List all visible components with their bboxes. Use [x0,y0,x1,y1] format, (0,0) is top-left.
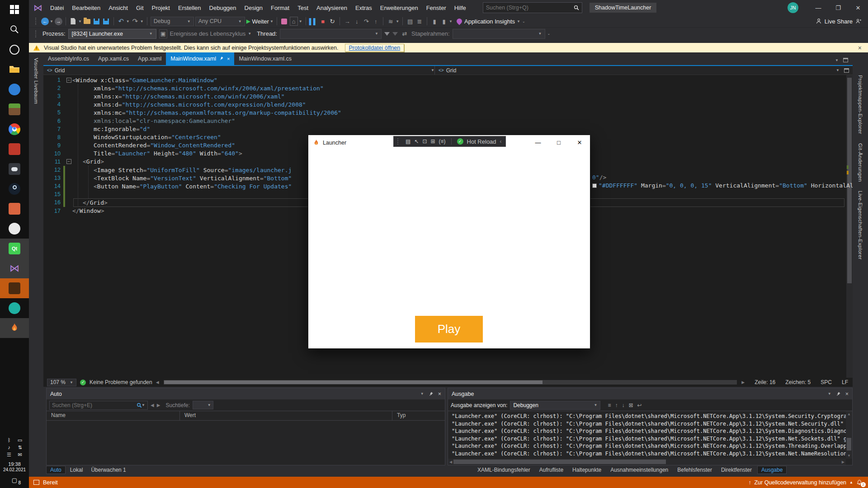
filter-flagged-icon[interactable] [392,32,398,36]
redo-button[interactable]: ↷ [131,17,139,26]
show-next-statement-button[interactable]: → [343,17,351,26]
lifecycle-events-icon[interactable]: ▣ [159,29,167,38]
code-line-7[interactable]: 7mc:Ignorable="d" [43,125,853,133]
editor-hscrollbar[interactable] [164,380,737,385]
breadcrumb-right[interactable]: <>Grid [435,66,460,75]
tab-app-xaml-cs[interactable]: App.xaml.cs [94,52,133,65]
breadcrumb-right-dropdown-icon[interactable]: ▼ [836,68,840,72]
prev-message-icon[interactable]: ↑ [615,402,618,408]
continue-button[interactable]: ▶ Weiter [246,17,269,26]
break-all-button[interactable]: ▌▌ [309,17,317,26]
bookmark-prev-button[interactable]: ▮ [430,17,439,26]
xaml-hot-reload-icon[interactable]: (≡) [439,138,446,145]
word-wrap-icon[interactable]: ↩ [637,402,642,408]
restore-button[interactable]: ❐ [828,0,848,15]
visual-studio-icon[interactable]: ⋈ [0,258,29,278]
app-orange-icon[interactable] [0,199,29,219]
chrome-icon[interactable] [0,119,29,139]
column-name[interactable]: Name [47,411,180,420]
solution-platform-select[interactable]: Any CPU▼ [195,17,245,26]
stackframe-select[interactable]: ▼ [453,29,545,39]
search-depth-select[interactable]: ▼ [193,401,213,409]
usb-icon[interactable]: ⇅ [18,445,22,450]
menu-debuggen[interactable]: Debuggen [205,5,241,11]
output-content[interactable]: "Launcher.exe" (CoreCLR: clrhost): "C:\P… [448,411,852,465]
solution-configuration-select[interactable]: Debug▼ [151,17,194,26]
lifecycle-events-button[interactable]: Ereignisse des Lebenszyklus [170,30,246,37]
save-all-button[interactable] [102,17,110,26]
menu-format[interactable]: Format [267,5,293,11]
notifications-bell-icon[interactable]: 2 [856,479,863,486]
search-input[interactable] [486,5,574,11]
step-out-button[interactable]: ↑ [372,17,380,26]
bookmark-next-button[interactable]: ▮ [440,17,448,26]
tab-mainwindow-xaml-cs[interactable]: MainWindow.xaml.cs [234,52,296,65]
app-teal-icon[interactable] [0,298,29,318]
editor-hscrollbar-thumb[interactable] [164,380,542,384]
side-tab-live-eigenschaften-explorer[interactable]: Live-Eigenschaften-Explorer [858,191,863,260]
back-dropdown-icon[interactable]: ▼ [50,19,53,23]
minecraft-icon[interactable] [0,99,29,119]
watch-search-input[interactable] [52,402,137,408]
watch-search-box[interactable]: ▼ [49,401,148,410]
panel-close-icon[interactable]: × [845,391,849,397]
search-button[interactable] [0,20,29,40]
menu-git[interactable]: Git [132,5,148,11]
search-next-icon[interactable]: ▶ [157,403,160,408]
eol-indicator[interactable]: LF [842,379,848,385]
outline-icon[interactable]: ≣ [415,17,424,26]
file-explorer-icon[interactable] [0,60,29,80]
output-vscrollbar[interactable]: ▲▼ [846,411,852,459]
quick-search-box[interactable] [483,2,582,13]
code-line-4[interactable]: 4xmlns:d="http://schemas.microsoft.com/e… [43,100,853,108]
pin-icon[interactable] [836,391,841,396]
source-control-dropdown-icon[interactable]: ▲ [849,480,853,484]
next-message-icon[interactable]: ↓ [622,402,624,408]
collapse-icon[interactable]: − [66,78,71,83]
bottom-tab-befehlsfenster[interactable]: Befehlsfenster [674,466,716,474]
infobar-close-icon[interactable]: × [858,44,863,52]
navigate-forward-button[interactable]: → [55,18,62,25]
bottom-tab-xaml-bindungsfehler[interactable]: XAML-Bindungsfehler [474,466,534,474]
app-white-icon[interactable] [0,219,29,239]
code-line-5[interactable]: 5xmlns:mc="http://schemas.openxmlformats… [43,108,853,117]
breadcrumb-left-dropdown-icon[interactable]: ▼ [431,68,434,72]
menu-test[interactable]: Test [293,5,312,11]
bottom-tab-haltepunkte[interactable]: Haltepunkte [569,466,605,474]
thread-select[interactable]: ▼ [280,29,382,39]
navigate-cursor-icon[interactable]: ▤ [406,17,414,26]
menu-extras[interactable]: Extras [351,5,376,11]
toolbar-grip[interactable] [35,18,38,25]
save-button[interactable] [93,17,101,26]
split-window-icon[interactable] [844,68,849,73]
hscroll-left-icon[interactable]: ◀ [156,380,159,385]
tab-app-xaml[interactable]: App.xaml [133,52,166,65]
start-button[interactable] [0,0,29,20]
clear-all-icon[interactable]: ⊠ [628,402,633,408]
code-line-1[interactable]: 1−<Window x:Class="GameLauncher.MainWind… [43,76,853,84]
float-window-icon[interactable] [843,58,848,62]
hot-reload-on-save-button[interactable]: ⌂ [290,17,298,26]
tab-mainwindow-xaml[interactable]: MainWindow.xaml× [166,52,234,65]
suspend-icon[interactable]: ⇄ [401,29,409,38]
live-visual-tree-tab[interactable]: Visueller Livebaum [33,58,39,104]
code-line-3[interactable]: 3xmlns:x="http://schemas.microsoft.com/w… [43,92,853,100]
panel-dropdown-icon[interactable]: ▼ [828,392,831,396]
enable-selection-icon[interactable]: ↖ [414,138,419,145]
breadcrumb-left[interactable]: <>Grid [43,67,68,74]
menu-erweiterungen[interactable]: Erweiterungen [376,5,422,11]
tab-close-icon[interactable]: × [227,56,230,61]
edge-browser-icon[interactable] [0,80,29,99]
user-avatar[interactable]: JN [788,2,798,13]
menu-ansicht[interactable]: Ansicht [104,5,132,11]
menu-analysieren[interactable]: Analysieren [312,5,351,11]
menu-bearbeiten[interactable]: Bearbeiten [68,5,104,11]
column-type[interactable]: Typ [392,411,445,420]
minimize-button[interactable]: — [808,0,828,15]
action-center-icon[interactable]: ▢8 [12,477,17,483]
discord-icon[interactable] [0,159,29,179]
restart-button[interactable]: ↻ [328,17,336,26]
play-button[interactable]: Play [415,316,483,343]
zoom-select[interactable]: 107 %▼ [47,379,76,386]
search-prev-icon[interactable]: ◀ [151,403,154,408]
